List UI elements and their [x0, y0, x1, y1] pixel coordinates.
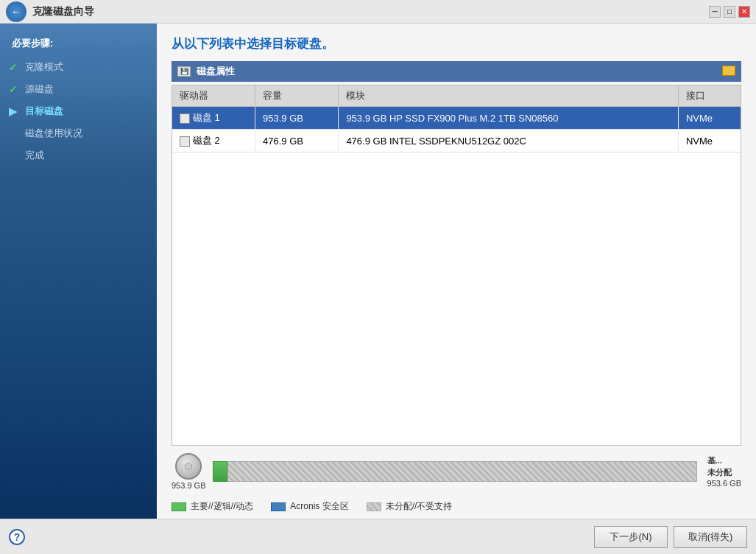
close-button[interactable]: ✕ [738, 6, 750, 18]
partition-bar-green [213, 461, 227, 482]
sidebar-item-source-disk[interactable]: ✓ 源磁盘 [0, 78, 157, 100]
col-capacity: 容量 [255, 85, 339, 107]
legend-item-unallocated: 未分配//不受支持 [367, 500, 453, 513]
next-button[interactable]: 下一步(N) [594, 526, 668, 548]
disk-visual: 953.9 GB [172, 453, 205, 490]
legend-box-hatched [367, 502, 381, 511]
disk-circle-icon [175, 453, 202, 480]
cell-capacity: 953.9 GB [255, 107, 339, 130]
sidebar-item-clone-mode[interactable]: ✓ 克隆模式 [0, 56, 157, 78]
legend-box-blue [271, 502, 286, 511]
partition-type: 基... [707, 455, 741, 466]
back-arrow-icon[interactable]: ← [6, 1, 27, 22]
legend-section: 主要//逻辑//动态 Acronis 安全区 未分配//不受支持 [172, 500, 741, 513]
check-icon-source: ✓ [9, 83, 21, 95]
sidebar-label-source-disk: 源磁盘 [25, 83, 54, 96]
arrow-icon-target: ▶ [9, 105, 21, 117]
cell-drive: 磁盘 2 [172, 130, 255, 152]
sidebar-section-title: 必要步骤: [0, 32, 157, 56]
disk-detail-section: 953.9 GB 基... 未分配 953.6 GB [172, 450, 741, 493]
legend-label-acronis: Acronis 安全区 [290, 500, 348, 513]
disk-prop-folder [722, 66, 735, 78]
content-title: 从以下列表中选择目标硬盘。 [172, 35, 741, 52]
check-icon-clone: ✓ [9, 61, 21, 73]
unallocated-size: 953.6 GB [707, 479, 741, 488]
minimize-button[interactable]: ─ [709, 6, 721, 18]
help-button[interactable]: ? [9, 529, 25, 545]
partition-labels: 基... 未分配 953.6 GB [707, 455, 741, 488]
col-drive: 驱动器 [172, 85, 255, 107]
cell-capacity: 476.9 GB [255, 130, 339, 152]
folder-icon [722, 66, 735, 76]
sidebar-item-target-disk[interactable]: ▶ 目标磁盘 [0, 100, 157, 122]
legend-item-primary: 主要//逻辑//动态 [172, 500, 253, 513]
legend-box-green [172, 502, 186, 511]
partition-bar-unallocated [227, 461, 696, 482]
main-layout: 必要步骤: ✓ 克隆模式 ✓ 源磁盘 ▶ 目标磁盘 磁盘使用状况 完成 从以下列… [0, 24, 756, 519]
cell-model: 953.9 GB HP SSD FX900 Plus M.2 1TB SN085… [339, 107, 679, 130]
sidebar-item-disk-usage[interactable]: 磁盘使用状况 [0, 122, 157, 144]
sidebar-label-target-disk: 目标磁盘 [25, 105, 63, 118]
sidebar: 必要步骤: ✓ 克隆模式 ✓ 源磁盘 ▶ 目标磁盘 磁盘使用状况 完成 [0, 24, 157, 519]
disk-properties-label: 磁盘属性 [197, 65, 235, 78]
table-row[interactable]: 磁盘 1953.9 GB953.9 GB HP SSD FX900 Plus M… [172, 107, 741, 130]
title-bar-left: ← 克隆磁盘向导 [6, 1, 709, 22]
title-bar: ← 克隆磁盘向导 ─ □ ✕ [0, 0, 756, 24]
disk-properties-panel: 💾 磁盘属性 [172, 61, 741, 82]
content-header: 从以下列表中选择目标硬盘。 [157, 24, 756, 61]
bottom-right: 下一步(N) 取消(得失) [594, 526, 747, 548]
bottom-bar: ? 下一步(N) 取消(得失) [0, 519, 756, 554]
table-header-row: 驱动器 容量 模块 接口 [172, 85, 741, 107]
disk-table-container[interactable]: 驱动器 容量 模块 接口 磁盘 1953.9 GB953.9 GB HP SSD… [172, 85, 741, 446]
col-model: 模块 [339, 85, 679, 107]
legend-label-unallocated: 未分配//不受支持 [386, 500, 453, 513]
table-row[interactable]: 磁盘 2476.9 GB476.9 GB INTEL SSDPEKNU512GZ… [172, 130, 741, 152]
sidebar-label-disk-usage: 磁盘使用状况 [25, 127, 82, 140]
disk-table: 驱动器 容量 模块 接口 磁盘 1953.9 GB953.9 GB HP SSD… [172, 85, 741, 152]
cancel-button[interactable]: 取消(得失) [674, 526, 747, 548]
content-area: 从以下列表中选择目标硬盘。 💾 磁盘属性 驱动器 容量 模块 接口 [157, 24, 756, 519]
disk-circle-inner [185, 463, 192, 470]
maximize-button[interactable]: □ [724, 6, 735, 18]
app-title: 克隆磁盘向导 [32, 5, 94, 18]
sidebar-label-finish: 完成 [25, 149, 44, 162]
cell-interface: NVMe [678, 130, 741, 152]
col-interface: 接口 [678, 85, 741, 107]
disk-total-size: 953.9 GB [172, 481, 205, 490]
cell-model: 476.9 GB INTEL SSDPEKNU512GZ 002C [339, 130, 679, 152]
bottom-left: ? [9, 529, 25, 545]
partition-bar-container [213, 461, 696, 482]
cell-interface: NVMe [678, 107, 741, 130]
disk-prop-drive-icon: 💾 [177, 66, 191, 77]
unallocated-label: 未分配 [707, 467, 741, 478]
legend-item-acronis: Acronis 安全区 [271, 500, 348, 513]
legend-label-primary: 主要//逻辑//动态 [191, 500, 253, 513]
window-controls: ─ □ ✕ [709, 6, 750, 18]
sidebar-label-clone-mode: 克隆模式 [25, 60, 63, 74]
sidebar-item-finish[interactable]: 完成 [0, 144, 157, 166]
cell-drive: 磁盘 1 [172, 107, 255, 130]
